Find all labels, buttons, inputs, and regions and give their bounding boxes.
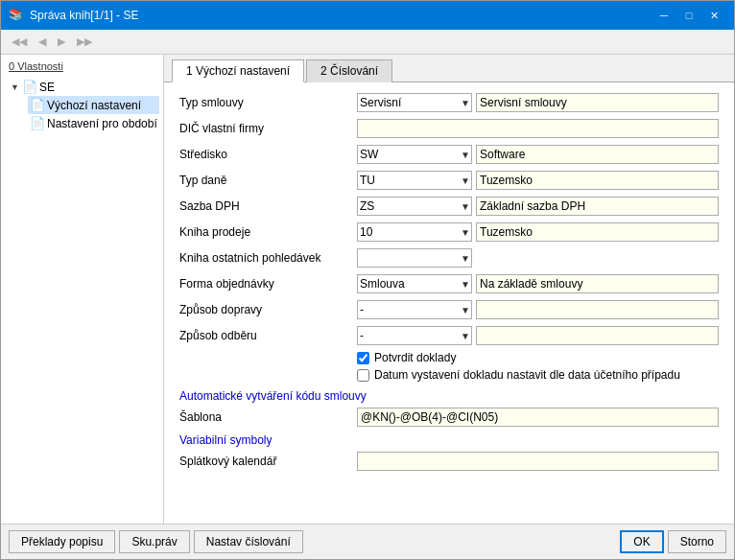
controls-splatkovy [357, 452, 719, 471]
btn-nastav-cislovani[interactable]: Nastav číslování [194, 530, 303, 553]
select-odberu[interactable]: - [357, 326, 472, 345]
tree-label-vychozi: Výchozí nastavení [47, 99, 141, 112]
controls-sablona [357, 408, 719, 427]
input-kniha-prodeje-text[interactable] [476, 222, 719, 242]
select-wrapper-pohledavek: ▼ [357, 248, 472, 268]
section-auto: Automatické vytváření kódu smlouvy Šablo… [179, 389, 719, 428]
controls-typ-dane: TU ▼ [357, 171, 719, 190]
label-sablona: Šablona [179, 410, 357, 424]
controls-sazba-dph: ZS ▼ [357, 197, 719, 216]
close-button[interactable]: ✕ [701, 6, 726, 25]
controls-odberu: - ▼ [357, 326, 719, 345]
input-typ-smlouvy-text[interactable] [476, 93, 719, 112]
input-odberu-text[interactable] [476, 326, 719, 345]
input-sazba-dph-text[interactable] [476, 197, 719, 216]
label-odberu: Způsob odběru [179, 329, 357, 342]
controls-dic [357, 119, 719, 138]
label-splatkovy: Splátkový kalendář [179, 455, 357, 468]
toolbar: ◀◀ ◀ ▶ ▶▶ [1, 30, 734, 55]
tab-content: Typ smlouvy Servisní ▼ DIČ vlastní firmy [164, 82, 734, 524]
select-kniha-prodeje[interactable]: 10 [357, 222, 472, 242]
right-panel: 1 Výchozí nastavení 2 Číslování Typ smlo… [164, 55, 734, 524]
tree-item-se[interactable]: ▼ 📄 SE [9, 78, 159, 96]
select-wrapper-sazba-dph: ZS ▼ [357, 197, 472, 216]
toolbar-last[interactable]: ▶▶ [72, 34, 97, 50]
input-typ-dane-text[interactable] [476, 171, 719, 190]
tree-arrow-se: ▼ [11, 82, 20, 92]
row-splatkovy: Splátkový kalendář [179, 451, 719, 472]
btn-preklady[interactable]: Překlady popisu [9, 530, 115, 553]
row-stredisko: Středisko SW ▼ [179, 144, 719, 165]
sidebar: 0 Vlastnosti ▼ 📄 SE 📄 Výchozí nastavení … [1, 55, 164, 524]
tab-cislovani[interactable]: 2 Číslování [306, 59, 392, 82]
controls-stredisko: SW ▼ [357, 145, 719, 164]
select-typ-smlouvy[interactable]: Servisní [357, 93, 472, 112]
label-sazba-dph: Sazba DPH [179, 199, 357, 213]
label-datum: Datum vystavení dokladu nastavit dle dat… [374, 368, 680, 382]
select-doprava[interactable]: - [357, 300, 472, 319]
row-checkbox-datum: Datum vystavení dokladu nastavit dle dat… [179, 368, 719, 382]
toolbar-first[interactable]: ◀◀ [7, 34, 32, 50]
row-checkbox-potvrdit: Potvrdit doklady [179, 351, 719, 364]
section-auto-title: Automatické vytváření kódu smlouvy [179, 389, 719, 403]
select-wrapper-forma: Smlouva ▼ [357, 274, 472, 293]
sidebar-header[interactable]: 0 Vlastnosti [5, 58, 159, 74]
select-stredisko[interactable]: SW [357, 145, 472, 164]
ok-button[interactable]: OK [620, 530, 663, 553]
select-wrapper-kniha-prodeje: 10 ▼ [357, 222, 472, 242]
tree-item-vychozi[interactable]: 📄 Výchozí nastavení [28, 96, 159, 114]
input-stredisko-text[interactable] [476, 145, 719, 164]
input-doprava-text[interactable] [476, 300, 719, 319]
checkbox-potvrdit[interactable] [357, 352, 369, 364]
row-typ-smlouvy: Typ smlouvy Servisní ▼ [179, 92, 719, 113]
bottom-bar: Překlady popisu Sku.práv Nastav číslován… [1, 524, 734, 559]
select-wrapper-typ-dane: TU ▼ [357, 171, 472, 190]
label-kniha-prodeje: Kniha prodeje [179, 225, 357, 239]
tree-icon-se: 📄 [22, 80, 37, 94]
select-wrapper-doprava: - ▼ [357, 300, 472, 319]
checkbox-datum[interactable] [357, 369, 369, 382]
cancel-button[interactable]: Storno [668, 530, 726, 553]
input-dic[interactable] [357, 119, 719, 138]
row-dic: DIČ vlastní firmy [179, 118, 719, 139]
row-forma-objednavky: Forma objednávky Smlouva ▼ [179, 273, 719, 294]
tree-children: 📄 Výchozí nastavení 📄 Nastavení pro obdo… [9, 96, 159, 132]
label-kniha-pohledavek: Kniha ostatních pohledávek [179, 251, 357, 265]
bottom-left-buttons: Překlady popisu Sku.práv Nastav číslován… [9, 530, 303, 553]
controls-doprava: - ▼ [357, 300, 719, 319]
window-title: Správa knih[1/1] - SE [30, 9, 138, 22]
tree-item-nastaveni[interactable]: 📄 Nastavení pro období [28, 114, 159, 132]
select-sazba-dph[interactable]: ZS [357, 197, 472, 216]
input-sablona[interactable] [357, 408, 719, 427]
select-typ-dane[interactable]: TU [357, 171, 472, 190]
input-forma-text[interactable] [476, 274, 719, 293]
input-splatkovy[interactable] [357, 452, 719, 471]
toolbar-prev[interactable]: ◀ [34, 34, 51, 50]
main-window: 📚 Správa knih[1/1] - SE ─ □ ✕ ◀◀ ◀ ▶ ▶▶ … [0, 0, 735, 560]
row-sablona: Šablona [179, 407, 719, 428]
toolbar-next[interactable]: ▶ [53, 34, 70, 50]
controls-kniha-prodeje: 10 ▼ [357, 222, 719, 242]
select-wrapper-stredisko: SW ▼ [357, 145, 472, 164]
sidebar-tree: ▼ 📄 SE 📄 Výchozí nastavení 📄 Nastavení p… [5, 78, 159, 132]
label-doprava: Způsob dopravy [179, 303, 357, 316]
tree-icon-nastaveni: 📄 [30, 116, 45, 130]
label-forma-objednavky: Forma objednávky [179, 277, 357, 291]
tree-label-nastaveni: Nastavení pro období [47, 117, 157, 130]
row-sazba-dph: Sazba DPH ZS ▼ [179, 196, 719, 217]
select-forma-objednavky[interactable]: Smlouva [357, 274, 472, 293]
select-kniha-pohledavek[interactable] [357, 248, 472, 268]
row-doprava: Způsob dopravy - ▼ [179, 299, 719, 320]
tab-vychozi[interactable]: 1 Výchozí nastavení [172, 59, 304, 82]
tree-icon-vychozi: 📄 [30, 98, 45, 112]
title-bar-left: 📚 Správa knih[1/1] - SE [9, 8, 138, 23]
minimize-button[interactable]: ─ [652, 6, 676, 25]
title-bar-controls: ─ □ ✕ [652, 6, 726, 25]
row-typ-dane: Typ daně TU ▼ [179, 170, 719, 191]
maximize-button[interactable]: □ [676, 6, 701, 25]
window-icon: 📚 [9, 8, 24, 23]
label-dic: DIČ vlastní firmy [179, 122, 357, 135]
select-wrapper-odberu: - ▼ [357, 326, 472, 345]
label-typ-dane: Typ daně [179, 174, 357, 187]
btn-skuprav[interactable]: Sku.práv [119, 530, 189, 553]
